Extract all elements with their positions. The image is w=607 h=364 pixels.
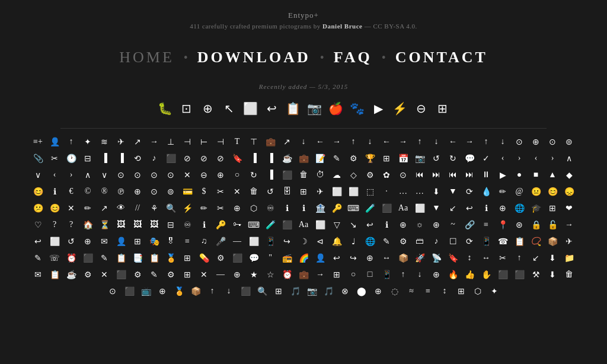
icon-221[interactable]: 🗃 <box>411 233 428 250</box>
icon-196[interactable]: 🔓 <box>544 216 561 233</box>
icon-313[interactable]: ⊕ <box>370 283 386 299</box>
icon-298[interactable]: ⬛ <box>121 283 138 299</box>
icon-2[interactable]: ↑ <box>63 133 79 150</box>
icon-42[interactable]: ⊘ <box>179 150 196 167</box>
icon-301[interactable]: 🏅 <box>171 283 187 299</box>
icon-95[interactable]: ● <box>511 167 528 183</box>
icon-21[interactable]: ← <box>378 133 395 150</box>
icon-207[interactable]: ≡ <box>179 233 196 250</box>
icon-49[interactable]: 💼 <box>295 150 312 167</box>
icon-268[interactable]: ✕ <box>96 266 113 283</box>
icon-127[interactable]: ✏ <box>494 183 511 200</box>
icon-254[interactable]: 🚀 <box>411 250 428 266</box>
featured-icon-paw[interactable]: 🐾 <box>347 98 367 119</box>
icon-299[interactable]: 📺 <box>138 283 154 299</box>
icon-261[interactable]: ↙ <box>528 250 544 266</box>
icon-55[interactable]: 📅 <box>395 150 411 167</box>
icon-166[interactable]: ? <box>46 216 63 233</box>
icon-53[interactable]: 🏆 <box>362 150 378 167</box>
icon-150[interactable]: 🔑 <box>328 200 345 216</box>
icon-317[interactable]: ↕ <box>436 283 453 299</box>
icon-46[interactable]: ▐ <box>245 150 262 167</box>
icon-251[interactable]: ⊕ <box>362 250 378 266</box>
icon-209[interactable]: 🎤 <box>212 233 229 250</box>
icon-123[interactable]: ⬇ <box>428 183 445 200</box>
icon-9[interactable]: ⊣ <box>179 133 196 150</box>
icon-258[interactable]: ↔ <box>478 250 494 266</box>
icon-104[interactable]: ℗ <box>113 183 129 200</box>
icon-271[interactable]: ✎ <box>146 266 162 283</box>
icon-205[interactable]: 🎭 <box>146 233 162 250</box>
icon-161[interactable]: 🌐 <box>511 200 528 216</box>
icon-165[interactable]: ♡ <box>30 216 46 233</box>
icon-283[interactable]: ○ <box>345 266 362 283</box>
icon-58[interactable]: ↻ <box>445 150 461 167</box>
icon-25[interactable]: ← <box>445 133 461 150</box>
icon-0[interactable]: ≡+ <box>30 133 46 150</box>
icon-93[interactable]: ⏸ <box>478 167 494 183</box>
icon-59[interactable]: 💬 <box>461 150 478 167</box>
icon-97[interactable]: ▲ <box>544 167 561 183</box>
icon-244[interactable]: 💬 <box>245 250 262 266</box>
icon-34[interactable]: ✂ <box>46 150 63 167</box>
icon-112[interactable]: 🗑 <box>245 183 262 200</box>
icon-18[interactable]: → <box>328 133 345 150</box>
icon-297[interactable]: ⊙ <box>104 283 121 299</box>
icon-82[interactable]: 🗑 <box>295 167 312 183</box>
icon-133[interactable]: 😊 <box>46 200 63 216</box>
icon-76[interactable]: ⊖ <box>196 167 212 183</box>
icon-131[interactable]: 😞 <box>561 183 577 200</box>
icon-94[interactable]: ▶ <box>494 167 511 183</box>
icon-217[interactable]: ♩ <box>345 233 362 250</box>
icon-132[interactable]: 😕 <box>30 200 46 216</box>
icon-239[interactable]: 🏅 <box>162 250 179 266</box>
icon-174[interactable]: ♾ <box>179 216 196 233</box>
icon-100[interactable]: ℹ <box>46 183 63 200</box>
icon-224[interactable]: ⟳ <box>461 233 478 250</box>
icon-282[interactable]: ⊞ <box>328 266 345 283</box>
icon-293[interactable]: ⬛ <box>511 266 528 283</box>
icon-1[interactable]: 👤 <box>46 133 63 150</box>
icon-280[interactable]: 💼 <box>295 266 312 283</box>
icon-238[interactable]: 📋 <box>146 250 162 266</box>
icon-33[interactable]: 📎 <box>30 150 46 167</box>
icon-159[interactable]: ℹ <box>478 200 494 216</box>
icon-119[interactable]: ⬚ <box>362 183 378 200</box>
icon-308[interactable]: 🎵 <box>287 283 304 299</box>
icon-125[interactable]: ⟳ <box>461 183 478 200</box>
icon-259[interactable]: ✂ <box>494 250 511 266</box>
nav-faq[interactable]: FAQ <box>327 46 379 69</box>
icon-270[interactable]: ⚙ <box>129 266 146 283</box>
icon-126[interactable]: 💧 <box>478 183 494 200</box>
icon-134[interactable]: ✕ <box>63 200 79 216</box>
icon-225[interactable]: 📱 <box>478 233 494 250</box>
icon-160[interactable]: ⊕ <box>494 200 511 216</box>
icon-276[interactable]: ⊕ <box>229 266 245 283</box>
icon-138[interactable]: // <box>129 200 146 216</box>
icon-233[interactable]: ⏰ <box>63 250 79 266</box>
icon-206[interactable]: 🎖 <box>162 233 179 250</box>
icon-203[interactable]: 👤 <box>113 233 129 250</box>
icon-164[interactable]: ❤ <box>561 200 577 216</box>
icon-194[interactable]: ⊛ <box>511 216 528 233</box>
icon-151[interactable]: ⌨ <box>345 200 362 216</box>
icon-103[interactable]: ® <box>96 183 113 200</box>
icon-28[interactable]: ↓ <box>494 133 511 150</box>
icon-281[interactable]: → <box>312 266 328 283</box>
icon-302[interactable]: 📦 <box>187 283 204 299</box>
icon-222[interactable]: ♪ <box>428 233 445 250</box>
icon-180[interactable]: ⬛ <box>279 216 295 233</box>
icon-7[interactable]: → <box>146 133 162 150</box>
icon-96[interactable]: ■ <box>528 167 544 183</box>
icon-289[interactable]: 🔥 <box>445 266 461 283</box>
icon-146[interactable]: ♾ <box>262 200 279 216</box>
icon-318[interactable]: ⊞ <box>453 283 469 299</box>
icon-67[interactable]: ‹ <box>46 167 63 183</box>
icon-175[interactable]: ℹ <box>196 216 212 233</box>
icon-218[interactable]: 🌐 <box>362 233 378 250</box>
icon-45[interactable]: 🔖 <box>229 150 245 167</box>
icon-15[interactable]: ↗ <box>279 133 295 150</box>
featured-icon-minus-circle[interactable]: ⊖ <box>411 98 431 119</box>
icon-179[interactable]: 🧪 <box>262 216 279 233</box>
icon-215[interactable]: ⊲ <box>312 233 328 250</box>
